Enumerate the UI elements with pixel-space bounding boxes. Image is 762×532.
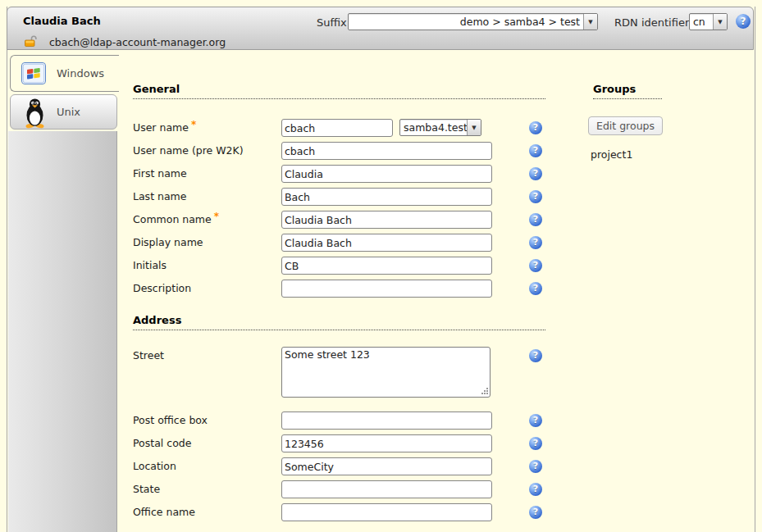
location-input[interactable] [281,457,492,475]
suffix-label: Suffix [317,16,347,29]
tab-windows[interactable]: Windows [10,55,119,92]
form-row-common-name: Common name*? [133,211,559,230]
help-icon[interactable]: ? [736,14,751,29]
groups-section-heading: Groups [593,83,662,99]
form-row-initials: Initials? [133,257,559,276]
lam-account-page: Claudia Bach Suffix demo > samba4 > test… [0,0,762,532]
user-name-pre-w2k-label: User name (pre W2K) [133,142,244,160]
help-icon[interactable]: ? [529,144,542,157]
office-name-input[interactable] [281,503,492,521]
account-email: cbach@ldap-account-manager.org [49,36,226,48]
display-name-label: Display name [133,234,203,252]
help-icon[interactable]: ? [529,460,542,473]
location-label: Location [133,457,176,475]
form-row-description: Description? [133,280,559,299]
postal-code-label: Postal code [133,434,191,452]
help-icon[interactable]: ? [529,190,542,203]
user-name-pre-w2k-input[interactable] [281,142,492,160]
form-row-office-name: Office name? [133,503,559,523]
dropdown-arrow-icon[interactable]: ▼ [583,14,597,30]
common-name-label: Common name [133,211,212,229]
dropdown-arrow-icon[interactable]: ▼ [467,120,481,135]
help-icon[interactable]: ? [529,414,542,427]
form-row-location: Location? [133,457,559,477]
description-input[interactable] [281,280,492,298]
help-icon[interactable]: ? [529,506,542,519]
postal-code-input[interactable] [281,434,492,452]
post-office-box-label: Post office box [133,412,208,430]
last-name-input[interactable] [281,188,492,206]
edit-groups-button[interactable]: Edit groups [588,116,663,135]
form-row-user-name: User name*samba4.test▼? [133,119,559,139]
suffix-select[interactable]: demo > samba4 > test ▼ [348,13,598,30]
required-asterisk: * [214,211,219,222]
form-row-street: StreetSome street 123? [133,347,559,366]
help-icon[interactable]: ? [529,259,542,272]
help-icon[interactable]: ? [529,167,542,180]
form-row-first-name: First name? [133,165,559,184]
suffix-select-value: demo > samba4 > test [349,14,583,30]
last-name-label: Last name [133,188,186,206]
user-name-input[interactable] [281,119,393,137]
first-name-input[interactable] [281,165,492,183]
first-name-label: First name [133,165,187,183]
user-name-label: User name [133,119,189,137]
domain-select[interactable]: samba4.test▼ [399,119,481,136]
tab-unix-label: Unix [57,95,80,129]
initials-input[interactable] [281,257,492,275]
account-titlebar: Claudia Bach Suffix demo > samba4 > test… [7,7,754,50]
rdn-identifier-select[interactable]: cn ▼ [689,13,728,30]
form-row-last-name: Last name? [133,188,559,207]
common-name-input[interactable] [281,211,492,229]
help-icon[interactable]: ? [529,213,542,226]
rdn-identifier-label: RDN identifier [614,16,689,29]
help-icon[interactable]: ? [529,483,542,496]
help-icon[interactable]: ? [529,349,542,362]
rdn-select-value: cn [690,14,713,30]
form-row-postal-code: Postal code? [133,434,559,454]
help-icon[interactable]: ? [529,437,542,450]
tab-unix[interactable]: Unix [10,94,117,130]
description-label: Description [133,280,191,298]
sidebar-background [8,131,117,532]
state-input[interactable] [281,480,492,498]
street-textarea[interactable]: Some street 123 [281,347,491,398]
address-section-heading: Address [133,314,545,330]
help-icon[interactable]: ? [529,236,542,249]
state-label: State [133,480,160,498]
form-row-user-name-pre-w2k: User name (pre W2K)? [133,142,559,161]
street-label: Street [133,347,164,365]
dropdown-arrow-icon[interactable]: ▼ [713,14,727,30]
windows-logo-icon [21,62,46,88]
help-icon[interactable]: ? [529,282,542,295]
general-section-heading: General [133,83,545,99]
form-row-post-office-box: Post office box? [133,412,559,431]
post-office-box-input[interactable] [281,412,492,430]
form-row-display-name: Display name? [133,234,559,253]
help-icon[interactable]: ? [529,121,542,134]
group-member-name: project1 [591,148,632,161]
resize-grip-icon[interactable] [481,387,488,394]
form-row-state: State? [133,480,559,500]
account-title: Claudia Bach [23,15,101,27]
tux-icon [24,98,46,132]
display-name-input[interactable] [281,234,492,252]
tab-windows-label: Windows [57,56,104,91]
initials-label: Initials [133,257,167,275]
unlock-icon [24,34,39,51]
office-name-label: Office name [133,503,195,521]
domain-select-value: samba4.test [400,120,467,135]
required-asterisk: * [191,119,196,130]
